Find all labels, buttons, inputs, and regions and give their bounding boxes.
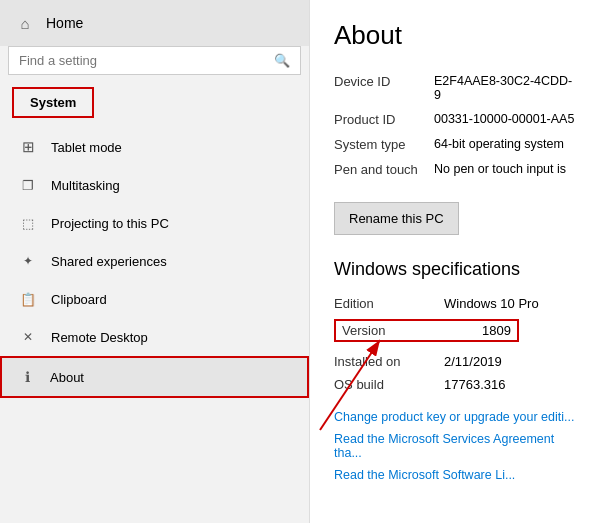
product-id-label: Product ID (334, 112, 434, 127)
system-type-value: 64-bit operating system (434, 137, 564, 152)
about-icon: ℹ (18, 368, 36, 386)
nav-label: Multitasking (51, 178, 120, 193)
version-value: 1809 (482, 323, 511, 338)
nav-label: Projecting to this PC (51, 216, 169, 231)
nav-label: About (50, 370, 84, 385)
links-section: Change product key or upgrade your editi… (334, 406, 576, 486)
os-build-value: 17763.316 (444, 377, 505, 392)
edition-row: Edition Windows 10 Pro (334, 292, 576, 315)
microsoft-software-link[interactable]: Read the Microsoft Software Li... (334, 464, 576, 486)
nav-label: Shared experiences (51, 254, 167, 269)
system-type-label: System type (334, 137, 434, 152)
sidebar-item-shared[interactable]: ✦ Shared experiences (0, 242, 309, 280)
pen-touch-value: No pen or touch input is (434, 162, 566, 177)
main-content: About Device ID E2F4AAE8-30C2-4CDD-9 Pro… (310, 0, 600, 523)
sidebar-item-remote[interactable]: ✕ Remote Desktop (0, 318, 309, 356)
sidebar-item-projecting[interactable]: ⬚ Projecting to this PC (0, 204, 309, 242)
multitasking-icon: ❐ (19, 176, 37, 194)
nav-label: Clipboard (51, 292, 107, 307)
sidebar-item-about[interactable]: ℹ About (0, 356, 309, 398)
search-box[interactable]: 🔍 (8, 46, 301, 75)
system-label: System (12, 87, 94, 118)
specs-title: Windows specifications (334, 259, 576, 280)
sidebar: ⌂ Home 🔍 System ⊞ Tablet mode ❐ Multitas… (0, 0, 310, 523)
device-info-table: Device ID E2F4AAE8-30C2-4CDD-9 Product I… (334, 69, 576, 182)
edition-value: Windows 10 Pro (444, 296, 539, 311)
device-id-row: Device ID E2F4AAE8-30C2-4CDD-9 (334, 69, 576, 107)
search-icon: 🔍 (274, 53, 290, 68)
system-type-row: System type 64-bit operating system (334, 132, 576, 157)
version-highlight: Version 1809 (334, 319, 519, 342)
home-icon: ⌂ (16, 14, 34, 32)
edition-label: Edition (334, 296, 444, 311)
page-title: About (334, 20, 576, 51)
sidebar-item-clipboard[interactable]: 📋 Clipboard (0, 280, 309, 318)
product-id-row: Product ID 00331-10000-00001-AA5 (334, 107, 576, 132)
specs-table: Edition Windows 10 Pro Version 1809 Inst… (334, 292, 576, 396)
tablet-mode-icon: ⊞ (19, 138, 37, 156)
nav-label: Remote Desktop (51, 330, 148, 345)
nav-items: ⊞ Tablet mode ❐ Multitasking ⬚ Projectin… (0, 128, 309, 523)
product-id-value: 00331-10000-00001-AA5 (434, 112, 574, 127)
remote-icon: ✕ (19, 328, 37, 346)
installed-row: Installed on 2/11/2019 (334, 350, 576, 373)
home-nav-item[interactable]: ⌂ Home (0, 0, 309, 46)
device-id-value: E2F4AAE8-30C2-4CDD-9 (434, 74, 576, 102)
version-label: Version (342, 323, 452, 338)
pen-touch-label: Pen and touch (334, 162, 434, 177)
search-input[interactable] (19, 53, 266, 68)
os-build-label: OS build (334, 377, 444, 392)
home-label: Home (46, 15, 83, 31)
nav-label: Tablet mode (51, 140, 122, 155)
installed-label: Installed on (334, 354, 444, 369)
rename-pc-button[interactable]: Rename this PC (334, 202, 459, 235)
change-product-key-link[interactable]: Change product key or upgrade your editi… (334, 406, 576, 428)
pen-touch-row: Pen and touch No pen or touch input is (334, 157, 576, 182)
clipboard-icon: 📋 (19, 290, 37, 308)
microsoft-services-link[interactable]: Read the Microsoft Services Agreement th… (334, 428, 576, 464)
device-id-label: Device ID (334, 74, 434, 102)
sidebar-item-tablet-mode[interactable]: ⊞ Tablet mode (0, 128, 309, 166)
projecting-icon: ⬚ (19, 214, 37, 232)
version-row: Version 1809 (334, 315, 576, 346)
shared-icon: ✦ (19, 252, 37, 270)
installed-value: 2/11/2019 (444, 354, 502, 369)
sidebar-item-multitasking[interactable]: ❐ Multitasking (0, 166, 309, 204)
os-build-row: OS build 17763.316 (334, 373, 576, 396)
